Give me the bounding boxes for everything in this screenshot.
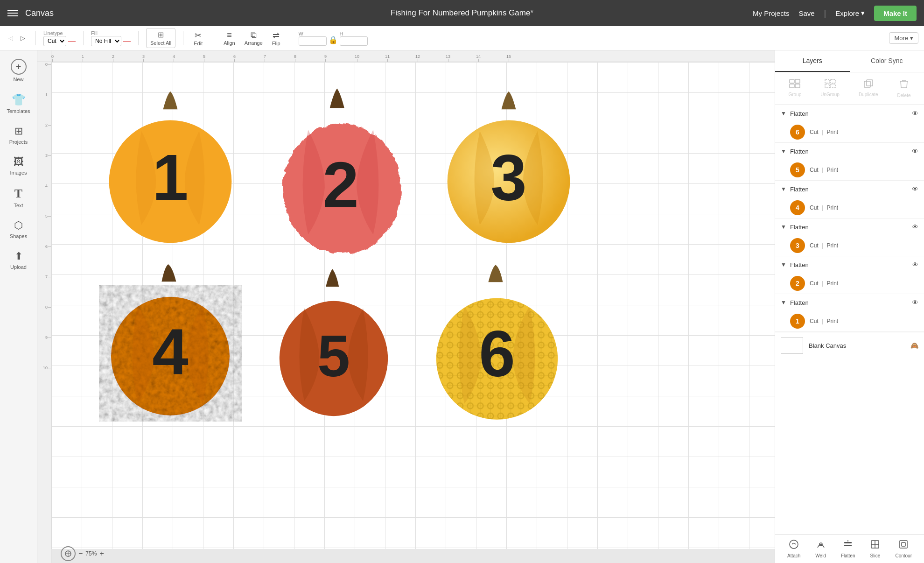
group-icon: [789, 79, 800, 91]
layer-thumb-2: 2: [790, 276, 805, 291]
more-button[interactable]: More ▾: [889, 32, 918, 44]
tab-layers[interactable]: Layers: [775, 50, 850, 72]
pumpkin-1[interactable]: 1: [98, 88, 243, 246]
arrange-icon: ⧉: [251, 30, 257, 40]
delete-button[interactable]: Delete: [893, 76, 916, 101]
separator-5: [213, 31, 213, 45]
layer-header-1[interactable]: ▼ Flatten 👁: [775, 294, 924, 311]
undo-redo-group: ◁ ▷: [6, 33, 28, 43]
eye-icon-4[interactable]: 👁: [912, 185, 918, 193]
group-button[interactable]: Group: [784, 76, 806, 101]
templates-icon: 👕: [12, 93, 26, 106]
duplicate-button[interactable]: Duplicate: [854, 76, 883, 101]
pumpkin-2[interactable]: 2: [268, 81, 413, 258]
left-sidebar: + New 👕 Templates ⊞ Projects 🖼 Images T …: [0, 50, 37, 563]
contour-button[interactable]: Contour: [895, 539, 912, 558]
main-toolbar: ◁ ▷ Linetype Cut — Fill No Fill — ⊞ Sele…: [0, 26, 924, 50]
save-button[interactable]: Save: [798, 9, 814, 17]
slice-button[interactable]: Slice: [870, 539, 880, 558]
pumpkin-3[interactable]: 3: [436, 88, 581, 246]
pumpkin-5[interactable]: 5: [268, 263, 399, 422]
layer-thumb-4: 4: [790, 200, 805, 215]
svg-rect-40: [902, 542, 905, 546]
weld-icon: [816, 539, 826, 552]
layer-item-4: 4 Cut | Print: [775, 197, 924, 218]
layer-group-4: ▼ Flatten 👁 4 Cut | Print: [775, 181, 924, 218]
eye-icon-3[interactable]: 👁: [912, 223, 918, 231]
chevron-icon-2: ▼: [781, 261, 786, 268]
zoom-in-button[interactable]: +: [99, 549, 104, 558]
flatten-button[interactable]: Flatten: [841, 539, 855, 558]
attach-button[interactable]: Attach: [787, 539, 800, 558]
layers-list: ▼ Flatten 👁 6 Cut | Print ▼ Flatt: [775, 105, 924, 534]
layer-group-1: ▼ Flatten 👁 1 Cut | Print: [775, 294, 924, 332]
ungroup-icon: [825, 79, 836, 91]
canvas-scroll[interactable]: 1: [51, 62, 775, 549]
sidebar-item-upload[interactable]: ⬆ Upload: [2, 246, 35, 274]
redo-button[interactable]: ▷: [18, 33, 28, 43]
eye-icon-1[interactable]: 👁: [912, 299, 918, 306]
align-tool[interactable]: ≡ Align: [221, 29, 238, 47]
sidebar-item-images[interactable]: 🖼 Images: [2, 151, 35, 180]
layer-thumb-1: 1: [790, 314, 805, 329]
flip-icon: ⇌: [273, 30, 280, 41]
edit-tool[interactable]: ✂ Edit: [191, 29, 205, 47]
svg-text:4: 4: [152, 316, 189, 388]
weld-button[interactable]: Weld: [815, 539, 826, 558]
blank-canvas-eye-icon[interactable]: 🙈: [910, 342, 918, 349]
zoom-out-button[interactable]: −: [78, 549, 83, 558]
layer-header-3[interactable]: ▼ Flatten 👁: [775, 218, 924, 235]
my-projects-link[interactable]: My Projects: [753, 9, 789, 17]
svg-rect-26: [831, 79, 835, 83]
linetype-group: Linetype Cut —: [43, 30, 76, 46]
layer-title-4: Flatten: [790, 186, 908, 193]
fill-select[interactable]: No Fill: [91, 36, 121, 46]
ungroup-button[interactable]: UnGroup: [816, 76, 844, 101]
size-h-label: H: [340, 31, 343, 36]
fill-group: Fill No Fill —: [91, 30, 131, 46]
svg-rect-23: [790, 84, 794, 88]
tab-color-sync[interactable]: Color Sync: [850, 50, 924, 72]
undo-button[interactable]: ◁: [6, 33, 16, 43]
make-it-button[interactable]: Make It: [874, 6, 917, 21]
separator-3: [138, 31, 139, 45]
target-icon[interactable]: [61, 546, 76, 561]
svg-rect-22: [795, 79, 800, 83]
layer-header-5[interactable]: ▼ Flatten 👁: [775, 143, 924, 160]
svg-rect-34: [844, 545, 852, 546]
separator-2: [83, 31, 84, 45]
size-w-input[interactable]: [299, 36, 327, 46]
eye-icon-5[interactable]: 👁: [912, 148, 918, 155]
layer-header-2[interactable]: ▼ Flatten 👁: [775, 256, 924, 273]
explore-button[interactable]: Explore ▾: [835, 9, 865, 17]
flip-tool[interactable]: ⇌ Flip: [269, 29, 283, 47]
eye-icon-2[interactable]: 👁: [912, 261, 918, 268]
layer-item-3: 3 Cut | Print: [775, 235, 924, 256]
size-h-input[interactable]: [340, 36, 368, 46]
sidebar-item-shapes[interactable]: ⬡ Shapes: [2, 215, 35, 244]
top-navigation: Canvas Fishing For Numbered Pumpkins Gam…: [0, 0, 924, 26]
sidebar-item-text[interactable]: T Text: [2, 182, 35, 213]
linetype-select[interactable]: Cut: [43, 36, 66, 46]
pumpkin-4[interactable]: 4: [98, 258, 243, 422]
pumpkin-6[interactable]: 6: [425, 258, 569, 426]
sidebar-item-templates[interactable]: 👕 Templates: [2, 89, 35, 119]
zoom-level: 75%: [85, 550, 97, 557]
layer-header-4[interactable]: ▼ Flatten 👁: [775, 181, 924, 197]
layer-actions-1: Cut | Print: [810, 318, 838, 324]
layer-header-6[interactable]: ▼ Flatten 👁: [775, 105, 924, 122]
svg-rect-29: [864, 81, 870, 87]
ruler-corner: [37, 50, 51, 62]
svg-rect-30: [867, 80, 873, 86]
sidebar-item-new[interactable]: + New: [2, 54, 35, 87]
layer-item-1: 1 Cut | Print: [775, 311, 924, 331]
sidebar-item-projects[interactable]: ⊞ Projects: [2, 120, 35, 149]
eye-icon-6[interactable]: 👁: [912, 110, 918, 117]
layer-title-2: Flatten: [790, 261, 908, 268]
upload-icon: ⬆: [14, 250, 23, 262]
arrange-tool[interactable]: ⧉ Arrange: [242, 29, 266, 47]
hamburger-menu[interactable]: [7, 10, 18, 16]
select-all-button[interactable]: ⊞ Select All: [146, 28, 175, 48]
svg-point-31: [790, 540, 798, 549]
blank-canvas-row: Blank Canvas 🙈: [775, 332, 924, 359]
